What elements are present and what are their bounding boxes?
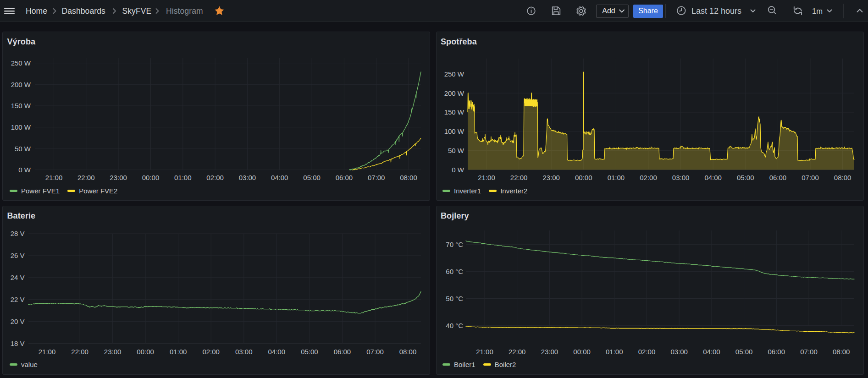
- svg-text:01:00: 01:00: [174, 174, 192, 181]
- svg-text:07:00: 07:00: [368, 174, 385, 181]
- svg-text:00:00: 00:00: [573, 348, 591, 356]
- svg-text:250 W: 250 W: [11, 59, 31, 67]
- svg-text:22:00: 22:00: [71, 348, 88, 356]
- svg-text:05:00: 05:00: [735, 348, 753, 356]
- svg-text:0 W: 0 W: [18, 166, 31, 174]
- svg-text:04:00: 04:00: [268, 348, 286, 356]
- svg-text:05:00: 05:00: [737, 174, 754, 181]
- svg-text:22:00: 22:00: [510, 174, 528, 181]
- svg-text:03:00: 03:00: [235, 348, 253, 356]
- svg-text:08:00: 08:00: [400, 174, 417, 181]
- svg-text:26 V: 26 V: [11, 252, 25, 259]
- svg-text:02:00: 02:00: [206, 174, 224, 181]
- svg-text:50 W: 50 W: [15, 145, 31, 153]
- svg-text:50 °C: 50 °C: [446, 295, 463, 302]
- svg-text:08:00: 08:00: [833, 348, 850, 356]
- svg-text:23:00: 23:00: [110, 174, 127, 181]
- svg-text:0 W: 0 W: [452, 166, 464, 174]
- svg-text:07:00: 07:00: [366, 348, 384, 356]
- svg-text:200 W: 200 W: [444, 89, 464, 97]
- svg-text:06:00: 06:00: [768, 348, 785, 356]
- svg-text:03:00: 03:00: [239, 174, 256, 181]
- svg-text:24 V: 24 V: [11, 274, 25, 281]
- svg-text:22:00: 22:00: [509, 348, 526, 356]
- svg-text:21:00: 21:00: [476, 348, 493, 356]
- svg-text:03:00: 03:00: [672, 174, 690, 181]
- svg-text:50 W: 50 W: [448, 147, 464, 154]
- svg-text:01:00: 01:00: [170, 348, 187, 356]
- svg-text:06:00: 06:00: [336, 174, 353, 181]
- svg-text:00:00: 00:00: [142, 174, 160, 181]
- svg-text:07:00: 07:00: [802, 174, 819, 181]
- svg-text:21:00: 21:00: [39, 348, 56, 356]
- svg-text:22 V: 22 V: [11, 296, 25, 303]
- svg-text:06:00: 06:00: [769, 174, 787, 181]
- svg-text:05:00: 05:00: [303, 174, 321, 181]
- svg-text:23:00: 23:00: [104, 348, 122, 356]
- svg-text:23:00: 23:00: [542, 174, 560, 181]
- svg-text:01:00: 01:00: [606, 348, 623, 356]
- svg-text:02:00: 02:00: [640, 174, 657, 181]
- svg-text:08:00: 08:00: [834, 174, 851, 181]
- svg-text:150 W: 150 W: [444, 108, 464, 116]
- svg-text:23:00: 23:00: [541, 348, 558, 356]
- svg-text:150 W: 150 W: [11, 102, 31, 110]
- svg-text:28 V: 28 V: [11, 230, 25, 237]
- svg-text:00:00: 00:00: [137, 348, 154, 356]
- svg-text:250 W: 250 W: [444, 70, 464, 78]
- svg-text:02:00: 02:00: [638, 348, 656, 356]
- svg-text:07:00: 07:00: [800, 348, 818, 356]
- svg-text:21:00: 21:00: [45, 174, 63, 181]
- svg-text:08:00: 08:00: [399, 348, 417, 356]
- svg-text:01:00: 01:00: [608, 174, 625, 181]
- svg-text:22:00: 22:00: [77, 174, 95, 181]
- svg-text:02:00: 02:00: [202, 348, 220, 356]
- svg-text:200 W: 200 W: [11, 81, 31, 88]
- svg-text:21:00: 21:00: [478, 174, 495, 181]
- svg-text:100 W: 100 W: [444, 127, 464, 135]
- svg-text:04:00: 04:00: [271, 174, 288, 181]
- svg-text:06:00: 06:00: [334, 348, 351, 356]
- svg-text:70 °C: 70 °C: [446, 241, 463, 248]
- svg-text:60 °C: 60 °C: [446, 268, 463, 275]
- svg-text:05:00: 05:00: [301, 348, 318, 356]
- svg-text:00:00: 00:00: [575, 174, 592, 181]
- svg-text:04:00: 04:00: [703, 348, 720, 356]
- svg-text:18 V: 18 V: [11, 340, 25, 347]
- svg-text:40 °C: 40 °C: [446, 322, 463, 329]
- svg-text:100 W: 100 W: [11, 123, 31, 131]
- svg-text:03:00: 03:00: [670, 348, 688, 356]
- svg-text:04:00: 04:00: [704, 174, 722, 181]
- svg-text:20 V: 20 V: [11, 318, 25, 325]
